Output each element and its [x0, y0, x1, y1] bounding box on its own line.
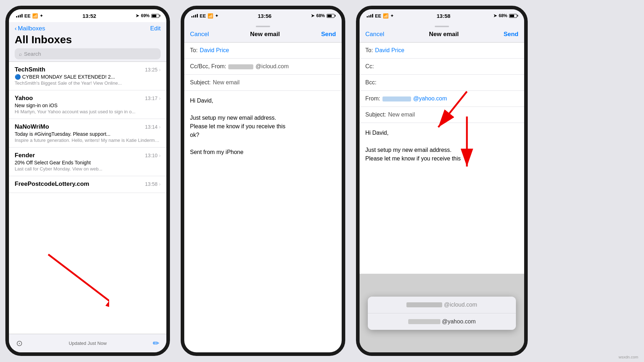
status-bar-2: EE 📶 ✦ 13:56 ➤ 68%: [184, 9, 342, 22]
battery-percent-2: 68%: [316, 13, 325, 18]
compose-body-2[interactable]: Hi David, Just setup my new email addres…: [184, 91, 342, 162]
email-sender-4: Fender: [15, 152, 35, 159]
email-subject-4: 20% Off Select Gear Ends Tonight: [15, 160, 161, 165]
battery-icon-1: [151, 14, 159, 18]
compose-fields-2: To: David Price Cc/Bcc, From: @icloud.co…: [184, 43, 342, 352]
search-placeholder: Search: [24, 51, 41, 57]
send-button-2[interactable]: Send: [321, 31, 336, 38]
status-bar-left-2: EE 📶 ✦: [191, 13, 218, 19]
signal-bars-1: [16, 14, 23, 18]
email-item-1[interactable]: TechSmith 13:25 › 🔵 CYBER MONDAY SALE EX…: [9, 62, 166, 90]
wifi-icon: 📶: [32, 13, 38, 19]
cc-label-3: Cc:: [365, 63, 374, 70]
bcc-field-3[interactable]: Bcc:: [360, 75, 524, 91]
dropdown-item-icloud[interactable]: @icloud.com: [368, 297, 516, 313]
email-time-4: 13:10: [145, 153, 157, 158]
email-time-5: 13:58: [145, 181, 157, 187]
blurred-icloud: [406, 302, 444, 308]
search-icon: ⌕: [19, 51, 22, 57]
to-label-2: To:: [190, 47, 197, 54]
bottom-bar-1: ⊙ Updated Just Now ✏: [9, 334, 166, 352]
nav-bar-1: ‹ Mailboxes Edit All Inboxes ⌕ Search: [9, 22, 166, 62]
mailbox-icon[interactable]: ⊙: [16, 339, 23, 348]
location-icon-2: ✦: [215, 14, 218, 18]
compose-body-3[interactable]: Hi David, Just setup my new email addres…: [360, 123, 524, 169]
email-sender-1: TechSmith: [15, 66, 45, 73]
status-bar-left-3: EE 📶 ✦: [367, 13, 394, 19]
email-header-5: FreePostcodeLottery.com 13:58 ›: [15, 180, 161, 188]
arrow-icon-1: ➤: [136, 13, 139, 18]
cancel-button-3[interactable]: Cancel: [365, 31, 384, 38]
watermark: wsxdn.com: [619, 355, 638, 359]
cancel-button-2[interactable]: Cancel: [190, 31, 209, 38]
body-line-2-2: Just setup my new email address.: [190, 114, 336, 122]
email-sender-2: Yahoo: [15, 95, 33, 102]
signal-bar-3c: [370, 15, 371, 18]
email-time-row-2: 13:17 ›: [145, 95, 161, 101]
chevron-right-icon-2: ›: [159, 95, 161, 101]
subject-label-2: Subject:: [190, 79, 211, 86]
signal-bar-2b: [193, 15, 194, 18]
compose-nav-2: Cancel New email Send: [184, 22, 342, 43]
email-item-5[interactable]: FreePostcodeLottery.com 13:58 ›: [9, 176, 166, 193]
subject-field-3[interactable]: Subject: New email: [360, 107, 524, 123]
edit-button[interactable]: Edit: [150, 25, 161, 32]
drag-handle-3: [435, 26, 449, 27]
status-bar-right-2: ➤ 68%: [311, 13, 335, 18]
to-value-2: David Price: [200, 47, 229, 54]
carrier-2: EE: [200, 13, 206, 19]
back-mailboxes-button[interactable]: ‹ Mailboxes: [15, 25, 45, 32]
signal-bar-3: [20, 15, 21, 18]
arrow-icon-3: ➤: [493, 13, 497, 18]
chevron-right-icon-1: ›: [159, 67, 161, 73]
to-field-2[interactable]: To: David Price: [184, 43, 342, 59]
from-field-3[interactable]: From: @yahoo.com: [360, 91, 524, 107]
signal-bar-4: [21, 14, 23, 18]
from-value-3: @yahoo.com: [413, 95, 447, 102]
email-header-1: TechSmith 13:25 ›: [15, 66, 161, 73]
page-title-1: All Inboxes: [15, 34, 161, 45]
email-time-2: 13:17: [145, 95, 157, 101]
email-item-2[interactable]: Yahoo 13:17 › New sign-in on iOS Hi Mart…: [9, 90, 166, 119]
email-item-3[interactable]: NaNoWriMo 13:14 › Today is #GivingTuesda…: [9, 119, 166, 148]
email-header-4: Fender 13:10 ›: [15, 152, 161, 159]
subject-value-2: New email: [213, 79, 240, 86]
signal-bar-3a: [367, 16, 368, 18]
from-dropdown-overlay: @icloud.com @yahoo.com: [360, 274, 524, 352]
phone-3: EE 📶 ✦ 13:58 ➤ 68% Cancel New email Send…: [356, 6, 528, 356]
email-time-1: 13:25: [145, 67, 157, 73]
email-item-4[interactable]: Fender 13:10 › 20% Off Select Gear Ends …: [9, 148, 166, 176]
chevron-right-icon-5: ›: [159, 181, 161, 187]
ccbcc-field-2[interactable]: Cc/Bcc, From: @icloud.com: [184, 59, 342, 75]
body-line-5-2: Sent from my iPhone: [190, 148, 336, 157]
battery-icon-2: [327, 14, 335, 18]
to-value-3: David Price: [375, 47, 404, 54]
compose-nav-row-2: Cancel New email Send: [190, 31, 336, 38]
dropdown-item-yahoo[interactable]: @yahoo.com: [368, 313, 516, 330]
signal-bars-3: [367, 14, 373, 18]
to-field-3[interactable]: To: David Price: [360, 43, 524, 59]
compose-button[interactable]: ✏: [153, 339, 159, 348]
subject-field-2[interactable]: Subject: New email: [184, 75, 342, 91]
back-label: Mailboxes: [18, 25, 45, 32]
email-time-row-3: 13:14 ›: [145, 124, 161, 130]
carrier-3: EE: [375, 13, 381, 19]
subject-value-3: New email: [388, 111, 415, 118]
signal-bar-2a: [191, 16, 192, 18]
signal-bar-3d: [372, 14, 373, 18]
cc-field-3[interactable]: Cc:: [360, 59, 524, 75]
email-preview-4: Last call for Cyber Monday. View on web.…: [15, 166, 161, 172]
send-button-3[interactable]: Send: [503, 31, 518, 38]
status-bar-right-1: ➤ 69%: [136, 13, 159, 18]
ccbcc-email-domain-2: @icloud.com: [255, 63, 289, 70]
search-bar[interactable]: ⌕ Search: [15, 48, 161, 59]
battery-percent-1: 69%: [141, 13, 150, 18]
battery-fill-3: [510, 15, 514, 17]
time-1: 13:52: [82, 13, 96, 19]
email-preview-1: TechSmith's Biggest Sale of the Year! Vi…: [15, 80, 161, 86]
body-line-3-3: Please let me know if you receive this: [365, 154, 518, 163]
status-bar-3: EE 📶 ✦ 13:58 ➤ 68%: [360, 9, 524, 22]
compose-title-3: New email: [429, 31, 459, 38]
signal-bar-1: [16, 16, 17, 18]
body-line-4-2: ok?: [190, 131, 336, 139]
